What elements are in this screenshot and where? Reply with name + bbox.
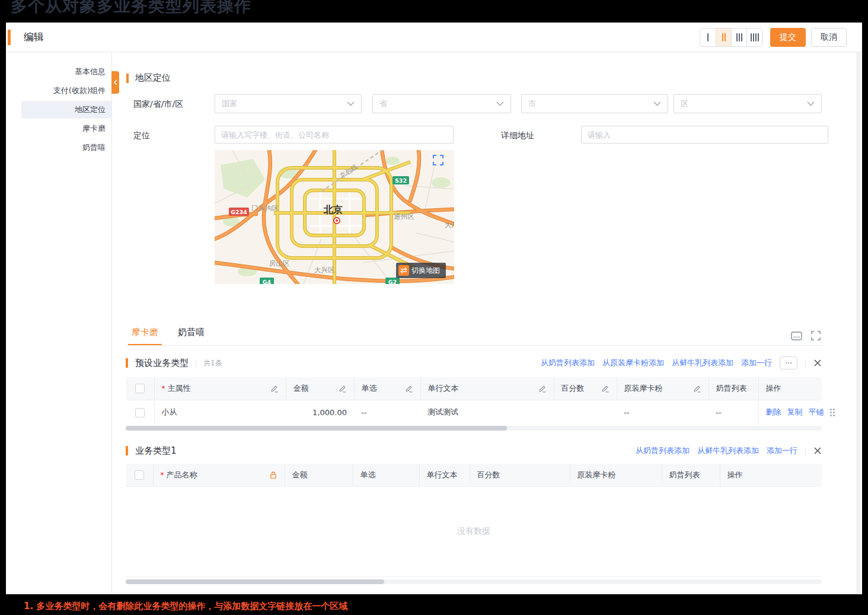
map-fullscreen-icon[interactable]	[433, 155, 443, 168]
column-header: 单选	[354, 377, 420, 400]
layout-switcher	[700, 28, 762, 47]
road-badge: G4	[263, 279, 272, 285]
district-select[interactable]: 区	[674, 94, 822, 113]
lock-icon	[269, 471, 277, 479]
column-header: 单行文本	[420, 377, 554, 400]
biz1-header-row: *产品名称 金额 单选 单行文本 百分数 原装摩卡粉 奶昔列表 操作	[126, 464, 822, 486]
vertical-scrollbar[interactable]	[856, 52, 861, 594]
panel-header: 编辑 提交 取消	[6, 23, 862, 52]
cancel-button[interactable]: 取消	[811, 28, 847, 47]
submit-button[interactable]: 提交	[770, 28, 806, 47]
map-switch-button[interactable]: 切换地图	[396, 263, 446, 278]
column-header: 单选	[353, 464, 419, 486]
fullscreen-icon[interactable]	[811, 331, 821, 340]
sidebar-item-milkshake[interactable]: 奶昔嘻	[21, 139, 111, 157]
layout-option-four-pane[interactable]	[746, 28, 762, 46]
column-header: 单行文本	[419, 464, 470, 486]
swap-map-icon	[398, 265, 409, 276]
road-badge: G2	[388, 279, 397, 285]
edit-panel: 编辑 提交 取消 基本信息 支付(收款)组件 地区定位 摩卡磨 奶昔嘻 地区定位	[6, 23, 862, 594]
pencil-icon[interactable]	[339, 384, 347, 393]
scrollbar-thumb[interactable]	[126, 579, 384, 584]
preset-table: *主属性 金额 单选 单行文本 百分数 原装摩卡粉 奶昔列表 操作 小从 1,0…	[126, 377, 822, 425]
column-header: *主属性	[154, 377, 286, 400]
pencil-icon[interactable]	[693, 384, 701, 393]
copy-row-link[interactable]: 复制	[787, 407, 803, 418]
scrollbar-thumb[interactable]	[126, 426, 507, 431]
map[interactable]: 京包线 门头沟区 通州区 房山区 大兴区 大厂 G234 S32 G4 G2 北…	[215, 150, 454, 284]
column-header: 操作	[720, 464, 822, 486]
add-row-link[interactable]: 添加一行	[767, 445, 797, 456]
pencil-icon[interactable]	[405, 384, 413, 393]
close-icon	[813, 447, 822, 455]
map-district-label: 大兴区	[314, 266, 335, 274]
tab-milkshake[interactable]: 奶昔嘻	[178, 323, 205, 345]
pencil-icon[interactable]	[601, 384, 609, 393]
city-select[interactable]: 市	[521, 94, 668, 113]
location-label: 定位	[133, 130, 150, 141]
drag-handle-icon[interactable]	[830, 409, 835, 416]
column-header: 百分数	[554, 377, 617, 400]
column-header: 百分数	[470, 464, 570, 486]
preset-count: 共1条	[203, 358, 222, 368]
sidebar-collapse-handle[interactable]	[111, 71, 119, 94]
sidebar-item-basic-info[interactable]: 基本信息	[21, 63, 111, 81]
sidebar-item-region[interactable]: 地区定位	[21, 101, 111, 119]
add-from-mocha-powder-link[interactable]: 从原装摩卡粉添加	[602, 358, 664, 368]
location-input[interactable]	[215, 126, 454, 144]
pencil-icon[interactable]	[538, 384, 547, 393]
column-header: 原装摩卡粉	[617, 377, 709, 400]
select-all-checkbox[interactable]	[135, 384, 145, 393]
chevron-down-icon	[496, 101, 504, 106]
add-from-fresh-milk-link[interactable]: 从鲜牛乳列表添加	[672, 358, 733, 368]
remove-preset-section-button[interactable]	[813, 359, 822, 367]
more-actions-button[interactable]	[780, 356, 797, 369]
cell-milkshake: --	[709, 400, 758, 425]
sidebar-item-mocha[interactable]: 摩卡磨	[21, 120, 111, 138]
tab-mocha[interactable]: 摩卡磨	[132, 323, 158, 345]
address-input[interactable]	[581, 126, 828, 144]
pencil-icon[interactable]	[270, 384, 279, 393]
column-header: 金额	[285, 464, 353, 486]
layout-option-three-pane[interactable]	[731, 28, 746, 46]
add-from-fresh-milk-link[interactable]: 从鲜牛乳列表添加	[697, 445, 759, 456]
add-row-link[interactable]: 添加一行	[741, 358, 772, 368]
layout-option-two-pane[interactable]	[716, 28, 731, 46]
column-header: 操作	[758, 377, 822, 400]
map-district-label: 房山区	[269, 259, 290, 267]
column-header: 奶昔列表	[662, 464, 720, 486]
address-label: 详细地址	[501, 130, 534, 141]
preset-section-header: 预设业务类型 共1条 从奶昔列表添加 从原装摩卡粉添加 从鲜牛乳列表添加 添加一…	[126, 356, 822, 370]
close-icon	[813, 359, 822, 367]
row-checkbox[interactable]	[135, 408, 145, 418]
biz1-table: *产品名称 金额 单选 单行文本 百分数 原装摩卡粉 奶昔列表 操作 没有数据	[126, 464, 822, 577]
select-all-checkbox[interactable]	[135, 470, 144, 480]
section-accent-bar	[126, 358, 128, 368]
chevron-down-icon	[347, 101, 355, 106]
sidebar-item-payment[interactable]: 支付(收款)组件	[21, 82, 111, 100]
object-tabbar: 摩卡磨 奶昔嘻	[126, 323, 822, 346]
three-pane-icon	[736, 33, 738, 42]
horizontal-scrollbar[interactable]	[126, 579, 822, 584]
preset-title: 预设业务类型	[135, 358, 189, 369]
screen: 多个从对象多业务类型列表操作 编辑 提交 取消 基本信息 支付(收款)组件 地区…	[0, 0, 868, 615]
layout-option-one-pane[interactable]	[700, 28, 716, 46]
add-from-milkshake-link[interactable]: 从奶昔列表添加	[541, 358, 595, 368]
four-pane-icon	[751, 33, 752, 42]
section-accent-bar	[126, 446, 128, 455]
province-select[interactable]: 省	[372, 94, 511, 113]
country-select[interactable]: 国家	[215, 94, 362, 113]
tile-row-link[interactable]: 平铺	[809, 407, 824, 418]
chevron-down-icon	[807, 101, 815, 106]
page-title: 多个从对象多业务类型列表操作	[11, 0, 251, 17]
biz1-section-header: 业务类型1 从奶昔列表添加 从鲜牛乳列表添加 添加一行	[126, 444, 822, 458]
remove-biz1-section-button[interactable]	[813, 447, 822, 455]
ellipsis-icon	[786, 362, 787, 364]
road-badge: S32	[395, 177, 407, 184]
horizontal-scrollbar[interactable]	[126, 426, 822, 431]
card-view-icon[interactable]	[791, 332, 802, 340]
road-badge: G234	[231, 209, 247, 215]
delete-row-link[interactable]: 删除	[766, 407, 781, 418]
anchor-nav: 基本信息 支付(收款)组件 地区定位 摩卡磨 奶昔嘻	[6, 63, 111, 158]
add-from-milkshake-link[interactable]: 从奶昔列表添加	[636, 445, 690, 456]
